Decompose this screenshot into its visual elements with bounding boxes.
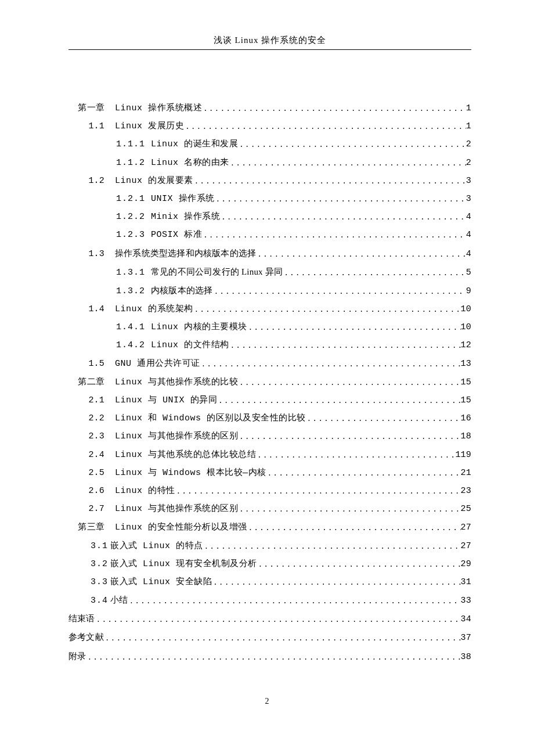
toc-title: Linux 与其他操作系统的区别 bbox=[115, 427, 238, 445]
toc-title: GNU 通用公共许可证 bbox=[115, 355, 200, 373]
toc-title: 嵌入式 Linux 安全缺陷 bbox=[110, 573, 212, 591]
toc-title: Linux 与 Windows 根本比较—内核 bbox=[115, 464, 266, 482]
toc-leader bbox=[217, 393, 461, 409]
toc-leader bbox=[256, 448, 455, 463]
toc-leader bbox=[306, 411, 461, 427]
toc-leader bbox=[229, 156, 466, 171]
toc-page: 29 bbox=[461, 555, 471, 573]
toc-page: 13 bbox=[461, 355, 471, 373]
toc-number: 第一章 bbox=[68, 99, 104, 117]
toc-entry-2-7: 2.7 Linux 与其他操作系统的区别 25 bbox=[68, 500, 471, 518]
toc-page: 10 bbox=[461, 300, 471, 318]
toc-leader bbox=[238, 502, 461, 517]
toc-page: 23 bbox=[461, 482, 471, 500]
toc-title: Linux 的安全性能分析以及增强 bbox=[115, 519, 247, 537]
toc-number: 1.1.2 bbox=[116, 154, 145, 172]
toc-entry-1-3: 1.3 操作系统类型选择和内核版本的选择 4 bbox=[68, 244, 471, 263]
toc-entry-1-2: 1.2 Linux 的发展要素 3 bbox=[68, 172, 471, 190]
toc-title: Minix 操作系统 bbox=[151, 208, 220, 226]
toc-page: 27 bbox=[461, 519, 471, 537]
toc-entry-1-3-2: 1.3.2 内核版本的选择 9 bbox=[68, 282, 471, 300]
toc-entry-3-4: 3.4 小结 33 bbox=[68, 591, 471, 610]
toc-page: 2 bbox=[466, 135, 471, 153]
toc-leader bbox=[175, 484, 461, 499]
toc-page: 10 bbox=[461, 318, 471, 336]
toc-leader bbox=[238, 375, 461, 391]
toc-title: Linux 与其他操作系统的区别 bbox=[115, 500, 238, 518]
toc-title: Linux 的诞生和发展 bbox=[151, 135, 238, 153]
toc-leader bbox=[202, 228, 466, 243]
toc-number: 2.2 bbox=[68, 409, 104, 427]
toc-leader bbox=[256, 247, 466, 262]
toc-page: 25 bbox=[461, 500, 471, 518]
toc-leader bbox=[229, 338, 461, 354]
toc-number: 3.3 bbox=[91, 573, 108, 591]
toc-leader bbox=[202, 101, 466, 117]
toc-leader bbox=[247, 520, 461, 536]
toc-title: 内核版本的选择 bbox=[151, 282, 212, 300]
toc-number: 3.4 bbox=[91, 592, 108, 610]
toc-leader bbox=[104, 631, 461, 646]
toc-page: 9 bbox=[466, 282, 471, 300]
toc-page: 38 bbox=[461, 648, 471, 666]
toc-number: 第二章 bbox=[68, 373, 104, 391]
toc-page: 15 bbox=[461, 391, 471, 409]
toc-number: 第三章 bbox=[68, 518, 104, 536]
toc-page: 3 bbox=[466, 172, 471, 190]
toc-entry-1-4: 1.4 Linux 的系统架构 10 bbox=[68, 300, 471, 318]
toc-title: POSIX 标准 bbox=[151, 226, 202, 244]
toc-leader bbox=[95, 612, 461, 628]
toc-entry-appendix: 附录 38 bbox=[68, 647, 471, 666]
toc-page: 3 bbox=[466, 190, 471, 208]
toc-page: 37 bbox=[461, 629, 471, 647]
toc-number: 1.4.2 bbox=[116, 336, 145, 354]
toc-number: 1.2.2 bbox=[116, 208, 145, 226]
toc-leader bbox=[266, 466, 461, 481]
toc-number: 2.5 bbox=[68, 464, 104, 482]
toc-title: 嵌入式 Linux 的特点 bbox=[110, 537, 203, 555]
toc-leader bbox=[212, 284, 466, 300]
toc-entry-3-2: 3.2 嵌入式 Linux 现有安全机制及分析 29 bbox=[68, 555, 471, 573]
toc-number: 1.3 bbox=[68, 245, 104, 263]
toc-page: 16 bbox=[461, 409, 471, 427]
toc-number: 1.3.2 bbox=[116, 282, 145, 300]
toc-page: 5 bbox=[466, 264, 471, 282]
toc-entry-1-4-2: 1.4.2 Linux 的文件结构 12 bbox=[68, 336, 471, 354]
toc-leader bbox=[215, 192, 466, 207]
toc-entry-1-4-1: 1.4.1 Linux 内核的主要模块 10 bbox=[68, 318, 471, 336]
toc-page: 34 bbox=[461, 610, 471, 628]
toc-leader bbox=[247, 320, 461, 336]
toc-number: 1.4 bbox=[68, 300, 104, 318]
toc-leader bbox=[220, 210, 466, 225]
toc-number: 1.2.1 bbox=[116, 190, 145, 208]
toc-leader bbox=[193, 174, 466, 189]
toc-entry-ch2: 第二章 Linux 与其他操作系统的比较 15 bbox=[68, 373, 471, 391]
toc-entry-3-1: 3.1 嵌入式 Linux 的特点 27 bbox=[68, 537, 471, 555]
toc-title: Linux 内核的主要模块 bbox=[151, 318, 247, 336]
toc-page: 1 bbox=[466, 117, 471, 135]
toc-title: 结束语 bbox=[68, 610, 95, 628]
toc-number: 2.1 bbox=[68, 391, 104, 409]
toc-number: 1.5 bbox=[68, 355, 104, 373]
toc-page: 31 bbox=[461, 573, 471, 591]
toc-title: 附录 bbox=[68, 647, 86, 665]
page-number: 2 bbox=[0, 697, 534, 706]
toc-page: 1 bbox=[466, 99, 471, 117]
toc-number: 2.6 bbox=[68, 482, 104, 500]
toc-entry-1-1-2: 1.1.2 Linux 名称的由来 2 bbox=[68, 154, 471, 172]
toc-title: 参考文献 bbox=[68, 628, 104, 646]
toc-title: Linux 与其他操作系统的比较 bbox=[115, 373, 238, 391]
toc-page: 2 bbox=[466, 154, 471, 172]
toc-title: 小结 bbox=[110, 591, 128, 609]
toc-leader bbox=[212, 575, 461, 591]
toc-page: 33 bbox=[461, 592, 471, 610]
toc-leader bbox=[283, 265, 466, 281]
toc-leader bbox=[200, 357, 461, 372]
toc-entry-1-1-1: 1.1.1 Linux 的诞生和发展 2 bbox=[68, 135, 471, 153]
toc-leader bbox=[238, 137, 466, 153]
toc-title: Linux 和 Windows 的区别以及安全性的比较 bbox=[115, 409, 306, 427]
toc-leader bbox=[257, 557, 461, 573]
toc-entry-1-3-1: 1.3.1 常见的不同公司发行的 Linux 异同 5 bbox=[68, 263, 471, 282]
toc-entry-2-5: 2.5 Linux 与 Windows 根本比较—内核 21 bbox=[68, 464, 471, 482]
toc-number: 2.3 bbox=[68, 427, 104, 445]
